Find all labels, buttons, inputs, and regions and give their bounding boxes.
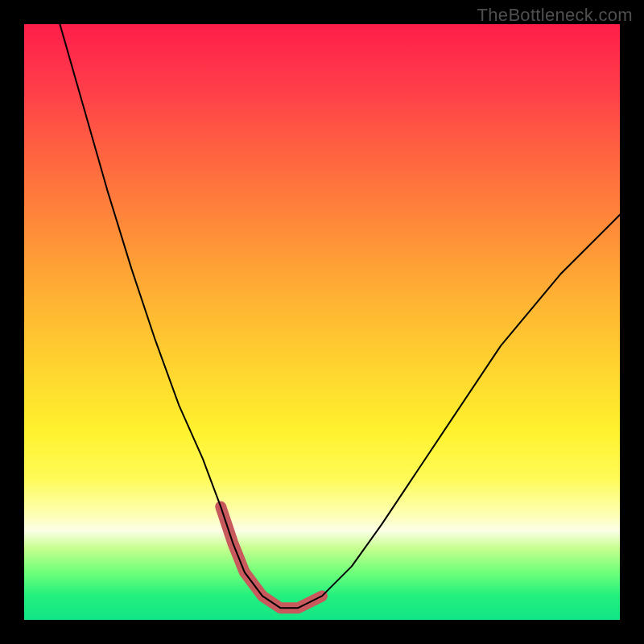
watermark-text: TheBottleneck.com [477,5,633,26]
plot-area [24,24,620,620]
chart-frame: TheBottleneck.com [0,0,644,644]
curve-accent-minimum [221,506,322,608]
curve-layer [24,24,620,620]
bottleneck-curve [60,24,620,608]
